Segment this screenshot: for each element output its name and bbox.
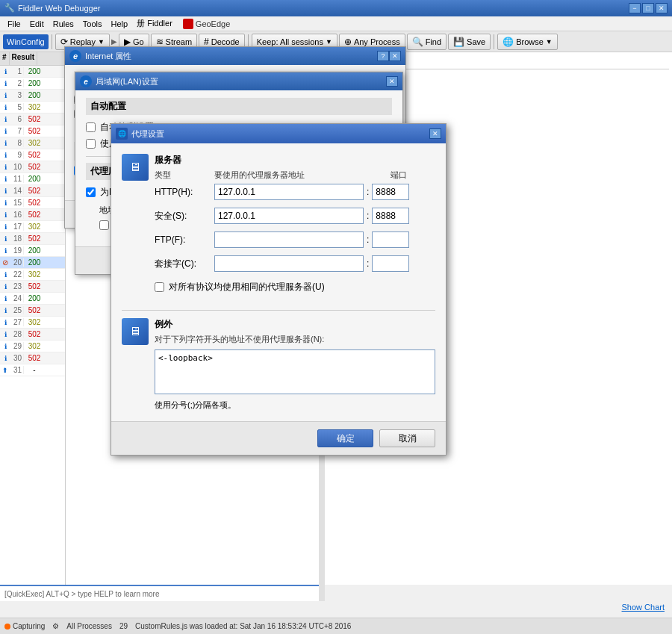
session-icon: ℹ — [0, 116, 10, 123]
session-row[interactable]: ℹ 24 200 — [0, 293, 65, 305]
exceptions-textarea[interactable] — [155, 349, 435, 394]
session-row-last[interactable]: ⬆ 31 - — [0, 364, 65, 376]
separator-3 — [494, 34, 494, 49]
session-row[interactable]: ℹ 17 302 — [0, 221, 65, 233]
session-icon: ℹ — [0, 319, 10, 326]
winconfig-button[interactable]: WinConfig — [3, 34, 49, 49]
same-proxy-label: 对所有协议均使用相同的代理服务器(U) — [169, 281, 325, 293]
session-row[interactable]: ℹ 19 200 — [0, 245, 65, 257]
session-row[interactable]: ℹ 25 502 — [0, 305, 65, 317]
session-row[interactable]: ℹ 7 502 — [0, 125, 65, 137]
session-row[interactable]: ℹ 9 502 — [0, 149, 65, 161]
browse-button[interactable]: 🌐 Browse ▼ — [497, 34, 558, 50]
proxy-ok-button[interactable]: 确定 — [317, 429, 373, 447]
session-icon: ℹ — [0, 331, 10, 338]
server-section-content: 服务器 类型 要使用的代理服务器地址 端口 HTTP(H): : 安全(S): — [155, 154, 435, 302]
sessions-panel: # Result ℹ 1 200 ℹ 2 200 ℹ 3 200 ℹ 5 302… — [0, 52, 66, 585]
lan-proxy-checkbox[interactable] — [86, 187, 96, 197]
minimize-button[interactable]: − — [629, 3, 641, 13]
session-row[interactable]: ℹ 28 502 — [0, 329, 65, 341]
save-button[interactable]: 💾 Save — [448, 34, 491, 50]
session-row[interactable]: ℹ 6 502 — [0, 114, 65, 125]
http-port-input[interactable] — [372, 184, 409, 200]
col-num: # — [0, 52, 10, 65]
same-proxy-checkbox[interactable] — [155, 282, 164, 292]
http-address-input[interactable] — [214, 184, 364, 200]
app-icon: 🔧 — [4, 3, 15, 13]
address-header: 要使用的代理服务器地址 — [214, 170, 391, 181]
ftp-label: FTP(F): — [155, 234, 214, 245]
session-row[interactable]: ℹ 23 502 — [0, 281, 65, 293]
lan-auto-detect-checkbox[interactable] — [86, 122, 96, 132]
socks-address-input[interactable] — [214, 255, 364, 272]
secure-port-input[interactable] — [372, 208, 409, 224]
lan-script-checkbox[interactable] — [86, 139, 96, 149]
socks-port-input[interactable] — [372, 255, 409, 272]
all-processes-label: All Processes — [66, 622, 112, 630]
session-row[interactable]: ℹ 14 502 — [0, 185, 65, 197]
arrow-icon: ▶ — [111, 37, 117, 46]
internet-close-button[interactable]: ✕ — [389, 51, 401, 61]
session-row[interactable]: ℹ 2 200 — [0, 78, 65, 90]
keep-label: Keep: All sessions — [257, 37, 323, 46]
lan-auto-section: 自动配置 — [86, 98, 392, 115]
menu-help[interactable]: Help — [107, 19, 133, 29]
session-icon: ℹ — [0, 295, 10, 302]
lan-bypass-checkbox[interactable] — [99, 220, 109, 230]
session-icon: ℹ — [0, 68, 10, 75]
session-row[interactable]: ℹ 18 502 — [0, 233, 65, 245]
session-row[interactable]: ℹ 15 502 — [0, 197, 65, 209]
session-row[interactable]: ℹ 1 200 — [0, 66, 65, 78]
sessions-header: # Result — [0, 52, 65, 66]
session-icon: ℹ — [0, 164, 10, 171]
geoedge-menu[interactable]: GeoEdge — [183, 19, 230, 29]
session-row[interactable]: ℹ 11 200 — [0, 173, 65, 185]
proxy-dialog-icon: 🌐 — [116, 128, 128, 140]
session-row[interactable]: ℹ 22 302 — [0, 269, 65, 281]
proxy-dialog-buttons: 确定 取消 — [111, 421, 446, 455]
replay-icon: ⟳ — [60, 37, 68, 47]
secure-address-input[interactable] — [214, 208, 364, 224]
session-icon: ℹ — [0, 92, 10, 99]
dialog-internet-titlebar[interactable]: e Internet 属性 ? ✕ — [65, 47, 405, 65]
dialog-proxy-titlebar[interactable]: 🌐 代理设置 ✕ — [111, 124, 446, 143]
show-chart-button[interactable]: Show Chart — [622, 603, 665, 612]
menu-file[interactable]: File — [3, 19, 25, 29]
proxy-content: 🖥 服务器 类型 要使用的代理服务器地址 端口 HTTP(H): : — [111, 143, 446, 421]
menu-edit[interactable]: Edit — [25, 19, 49, 29]
session-row[interactable]: ℹ 5 302 — [0, 102, 65, 114]
session-icon: ℹ — [0, 140, 10, 147]
lan-close-button[interactable]: ✕ — [386, 76, 398, 87]
dialog-proxy: 🌐 代理设置 ✕ 🖥 服务器 类型 要使用的代理服务器地址 端口 HTTP(H)… — [111, 123, 447, 456]
exceptions-desc: 对于下列字符开头的地址不使用代理服务器(N): — [155, 334, 435, 345]
secure-colon: : — [364, 211, 372, 221]
maximize-button[interactable]: □ — [642, 3, 654, 13]
session-row[interactable]: ℹ 27 302 — [0, 317, 65, 329]
session-row[interactable]: ℹ 8 302 — [0, 137, 65, 149]
session-count: 29 — [119, 622, 128, 630]
ftp-address-input[interactable] — [214, 231, 364, 248]
menu-tools[interactable]: Tools — [78, 19, 107, 29]
capturing-label: Capturing — [13, 622, 45, 630]
session-row[interactable]: ℹ 16 502 — [0, 209, 65, 221]
session-row[interactable]: ℹ 3 200 — [0, 90, 65, 102]
menu-rules[interactable]: Rules — [49, 19, 78, 29]
session-row[interactable]: ℹ 10 502 — [0, 161, 65, 173]
server-section: 🖥 服务器 类型 要使用的代理服务器地址 端口 HTTP(H): : — [122, 154, 435, 302]
status-message: CustomRules.js was loaded at: Sat Jan 16… — [135, 622, 351, 630]
close-button[interactable]: ✕ — [656, 3, 668, 13]
menu-fiddler[interactable]: 册 Fiddler — [132, 17, 177, 30]
find-button[interactable]: 🔍 Find — [407, 34, 447, 50]
save-icon: 💾 — [453, 37, 464, 47]
session-row-selected[interactable]: ⊘ 20 200 — [0, 257, 65, 269]
browse-dropdown-icon: ▼ — [546, 38, 553, 46]
port-header: 端口 — [391, 170, 435, 181]
session-row[interactable]: ℹ 29 302 — [0, 341, 65, 352]
session-row[interactable]: ℹ 30 502 — [0, 352, 65, 364]
dialog-lan-titlebar[interactable]: e 局域网(LAN)设置 ✕ — [75, 72, 402, 90]
internet-help-button[interactable]: ? — [377, 51, 389, 61]
proxy-cancel-button[interactable]: 取消 — [379, 429, 435, 447]
proxy-close-button[interactable]: ✕ — [429, 128, 441, 139]
session-icon: ℹ — [0, 307, 10, 314]
ftp-port-input[interactable] — [372, 231, 409, 248]
